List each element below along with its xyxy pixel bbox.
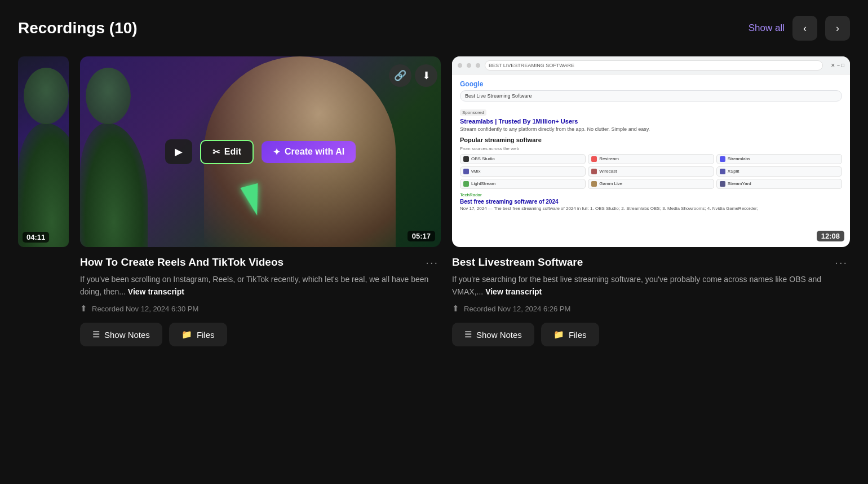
- browser-topbar: BEST LIVESTREAMING SOFTWARE ✕ − □: [452, 56, 850, 74]
- software-item: StreamYard: [716, 179, 842, 189]
- edit-button[interactable]: ✂ Edit: [200, 140, 254, 164]
- title-row: Best Livestream Software ···: [452, 256, 850, 269]
- action-buttons: ☰ Show Notes 📁 Files: [80, 323, 441, 346]
- result2-title: Best free streaming software of 2024: [460, 199, 842, 205]
- browser-simulation: BEST LIVESTREAMING SOFTWARE ✕ − □ Google…: [452, 56, 850, 247]
- recorded-text: Recorded Nov 12, 2024 6:26 PM: [464, 305, 570, 313]
- software-icon: [591, 181, 597, 187]
- software-item: Wirecast: [588, 166, 714, 177]
- sponsored-label: Sponsored: [460, 109, 486, 116]
- cards-row: 04:11 🔗 ⬇ ▶: [18, 56, 850, 346]
- create-ai-label: Create with AI: [285, 147, 344, 157]
- play-button[interactable]: ▶: [165, 139, 192, 164]
- software-name: Restream: [599, 156, 619, 161]
- software-item: vMix: [460, 166, 586, 177]
- browser-controls: ✕ − □: [831, 63, 844, 68]
- thumb-overlay: ▶ ✂ Edit ✦ Create with AI: [80, 56, 441, 247]
- more-button[interactable]: ···: [832, 256, 850, 269]
- card-description: If you're searching for the best live st…: [452, 274, 850, 298]
- software-icon: [463, 181, 469, 187]
- view-transcript-link[interactable]: View transcript: [485, 287, 542, 296]
- reels-card: 🔗 ⬇ ▶ ✂ Edit ✦ Create with A: [80, 56, 441, 346]
- browser-dot-2: [467, 63, 471, 68]
- reels-card-info: How To Create Reels And TikTok Videos ··…: [80, 247, 441, 346]
- software-item: Gamm Live: [588, 179, 714, 189]
- livestream-card-info: Best Livestream Software ··· If you're s…: [452, 247, 850, 346]
- sponsor-desc: Stream confidently to any platform direc…: [460, 126, 842, 133]
- files-icon: 📁: [553, 329, 564, 340]
- upload-icon: ⬆: [80, 303, 87, 314]
- duration-badge: 04:11: [23, 232, 49, 243]
- software-name: Gamm Live: [599, 181, 622, 186]
- preview-card: 04:11: [18, 56, 69, 247]
- software-icon: [591, 156, 597, 162]
- more-button[interactable]: ···: [423, 256, 441, 269]
- software-grid: OBS StudioRestreamStreamlabsvMixWirecast…: [460, 154, 842, 189]
- upload-icon: ⬆: [452, 303, 459, 314]
- files-icon: 📁: [181, 329, 192, 340]
- next-button[interactable]: ›: [825, 16, 850, 41]
- notes-icon: ☰: [92, 329, 100, 340]
- techradar-label: TechRadar: [460, 192, 842, 197]
- duration-badge-right: 05:17: [408, 231, 435, 241]
- recorded-text: Recorded Nov 12, 2024 6:30 PM: [92, 305, 198, 313]
- software-icon: [720, 169, 725, 174]
- software-icon: [720, 181, 725, 187]
- popular-header: Popular streaming software: [460, 137, 842, 143]
- show-notes-label: Show Notes: [104, 330, 150, 340]
- sponsor-title: Streamlabs | Trusted By 1Million+ Users: [460, 118, 842, 125]
- software-name: XSplit: [728, 169, 739, 174]
- scissors-icon: ✂: [212, 147, 220, 157]
- software-icon: [720, 156, 725, 162]
- recordings-page: Recordings (10) Show all ‹ › 04:11: [0, 0, 868, 362]
- show-notes-button[interactable]: ☰ Show Notes: [452, 323, 534, 346]
- preview-thumbnail[interactable]: 04:11: [18, 56, 69, 247]
- files-label: Files: [197, 330, 215, 340]
- software-name: OBS Studio: [471, 156, 495, 161]
- header: Recordings (10) Show all ‹ ›: [18, 16, 850, 41]
- software-item: LightStream: [460, 179, 586, 189]
- software-item: OBS Studio: [460, 154, 586, 164]
- software-item: Streamlabs: [716, 154, 842, 164]
- browser-content: Google Best Live Streaming Software Spon…: [452, 74, 850, 247]
- show-notes-button[interactable]: ☰ Show Notes: [80, 323, 162, 346]
- duration-badge: 12:08: [817, 231, 844, 241]
- prev-button[interactable]: ‹: [792, 16, 817, 41]
- title-row: How To Create Reels And TikTok Videos ··…: [80, 256, 441, 269]
- create-ai-button[interactable]: ✦ Create with AI: [262, 141, 356, 163]
- browser-dot-1: [458, 63, 462, 68]
- show-notes-label: Show Notes: [476, 330, 522, 340]
- software-name: LightStream: [471, 181, 495, 186]
- reels-thumbnail[interactable]: 🔗 ⬇ ▶ ✂ Edit ✦ Create with A: [80, 56, 441, 247]
- software-item: XSplit: [716, 166, 842, 177]
- browser-dot-3: [476, 63, 480, 68]
- software-name: vMix: [471, 169, 480, 174]
- result2-desc: Nov 17, 2024 — The best free streaming s…: [460, 206, 842, 212]
- recorded-row: ⬆ Recorded Nov 12, 2024 6:30 PM: [80, 303, 441, 314]
- software-item: Restream: [588, 154, 714, 164]
- sparkle-icon: ✦: [273, 147, 280, 157]
- card-title: Best Livestream Software: [452, 256, 832, 269]
- livestream-thumbnail[interactable]: BEST LIVESTREAMING SOFTWARE ✕ − □ Google…: [452, 56, 850, 247]
- files-label: Files: [569, 330, 587, 340]
- software-icon: [591, 169, 597, 174]
- edit-label: Edit: [224, 147, 241, 157]
- software-name: Wirecast: [599, 169, 617, 174]
- files-button[interactable]: 📁 Files: [541, 323, 599, 346]
- livestream-card: BEST LIVESTREAMING SOFTWARE ✕ − □ Google…: [452, 56, 850, 346]
- software-name: StreamYard: [728, 181, 751, 186]
- card-description: If you've been scrolling on Instagram, R…: [80, 274, 441, 298]
- page-title: Recordings (10): [18, 19, 138, 37]
- header-actions: Show all ‹ ›: [749, 16, 850, 41]
- card-title: How To Create Reels And TikTok Videos: [80, 256, 423, 269]
- files-button[interactable]: 📁 Files: [169, 323, 227, 346]
- show-all-button[interactable]: Show all: [749, 23, 785, 34]
- software-name: Streamlabs: [728, 156, 750, 161]
- popular-sub: From sources across the web: [460, 146, 842, 151]
- view-transcript-link[interactable]: View transcript: [128, 287, 184, 296]
- action-buttons: ☰ Show Notes 📁 Files: [452, 323, 850, 346]
- google-logo: Google: [460, 80, 842, 88]
- search-bar: Best Live Streaming Software: [460, 90, 842, 102]
- play-icon: ▶: [175, 146, 183, 158]
- browser-url-bar: BEST LIVESTREAMING SOFTWARE: [485, 60, 823, 71]
